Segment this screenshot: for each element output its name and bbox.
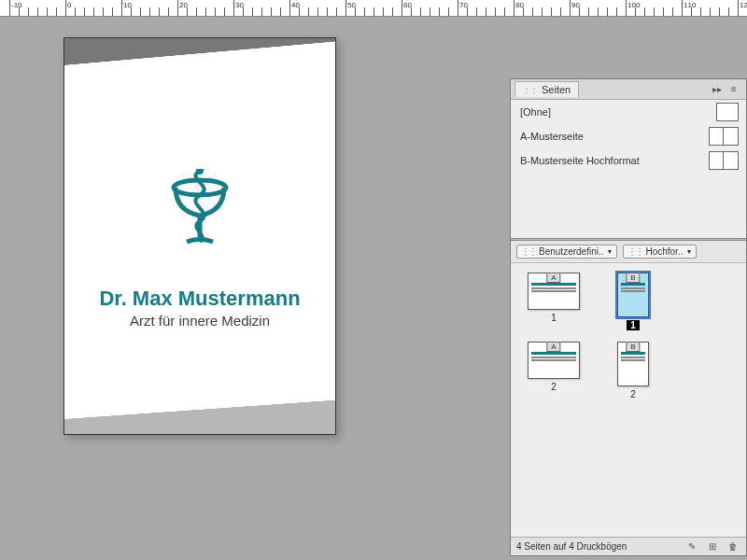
page-size-dropdown[interactable]: ⋮⋮Benutzerdefini..▼	[516, 245, 617, 259]
grip-icon: ⋮⋮	[627, 246, 642, 257]
document-page[interactable]: Dr. Max Mustermann Arzt für innere Mediz…	[63, 37, 336, 435]
document-title: Dr. Max Mustermann	[64, 287, 335, 311]
medical-bowl-icon	[166, 169, 233, 255]
thumb-master-label: A	[546, 273, 560, 283]
thumb-master-label: A	[546, 342, 560, 352]
page-thumbnail[interactable]: A	[528, 342, 580, 379]
page-thumbnail[interactable]: B	[617, 273, 649, 317]
master-row[interactable]: B-Musterseite Hochformat	[511, 148, 746, 173]
master-thumb[interactable]	[709, 127, 739, 146]
horizontal-ruler[interactable]: -100102030405060708090100110120	[0, 0, 747, 17]
delete-page-icon[interactable]: 🗑	[726, 540, 740, 553]
new-page-icon[interactable]: ⊞	[705, 540, 720, 553]
page-bottom-shape	[64, 383, 335, 434]
thumb-master-label: B	[626, 273, 640, 283]
page-thumb-group[interactable]: A1	[528, 273, 580, 323]
page-thumbnail[interactable]: A	[528, 273, 580, 310]
ruler-label: 120	[740, 1, 747, 9]
dropdown-label: Benutzerdefini..	[539, 246, 604, 257]
page-size-dropdown[interactable]: ⋮⋮Hochfor..▼	[623, 245, 697, 259]
page-thumb-group[interactable]: B2	[617, 342, 649, 399]
page-number: 1	[551, 313, 557, 323]
page-number: 2	[630, 389, 636, 399]
status-text: 4 Seiten auf 4 Druckbögen	[516, 541, 627, 552]
ruler-label: 110	[684, 1, 696, 9]
thumb-master-label: B	[626, 342, 640, 352]
master-pages-list: [Ohne]A-MusterseiteB-Musterseite Hochfor…	[511, 100, 746, 238]
dropdown-label: Hochfor..	[645, 246, 683, 257]
panel-footer: 4 Seiten auf 4 Druckbögen ✎ ⊞ 🗑	[511, 537, 746, 555]
collapse-icon[interactable]: ▸▸	[709, 82, 726, 97]
page-thumb-group[interactable]: B1	[617, 273, 649, 330]
panel-tab-pages[interactable]: ⋮⋮ Seiten	[514, 81, 579, 97]
spread-row: A2B2	[518, 342, 739, 399]
chevron-down-icon: ▼	[685, 248, 692, 255]
pages-thumbnails-area: A1B1A2B2	[511, 263, 746, 537]
ruler-label: -10	[11, 1, 22, 9]
spread-row: A1B1	[518, 273, 739, 330]
ruler-label: 100	[627, 1, 640, 9]
master-row[interactable]: [Ohne]	[511, 100, 746, 124]
master-thumb[interactable]	[709, 151, 739, 170]
master-label: B-Musterseite Hochformat	[520, 155, 640, 166]
master-thumb[interactable]	[716, 103, 739, 121]
document-subtitle: Arzt für innere Medizin	[64, 313, 335, 329]
panel-menu-icon[interactable]: ≡	[726, 82, 742, 97]
edit-page-icon[interactable]: ✎	[684, 540, 699, 553]
panel-title: Seiten	[542, 84, 571, 95]
page-top-shape	[64, 38, 335, 104]
grip-icon: ⋮⋮	[521, 246, 536, 257]
master-row[interactable]: A-Musterseite	[511, 124, 746, 148]
pages-panel: ⋮⋮ Seiten ▸▸ ≡ [Ohne]A-MusterseiteB-Must…	[510, 78, 747, 556]
page-thumb-group[interactable]: A2	[528, 342, 580, 392]
page-number: 1	[627, 320, 640, 330]
master-label: [Ohne]	[520, 106, 551, 118]
panel-header: ⋮⋮ Seiten ▸▸ ≡	[511, 79, 746, 100]
page-thumbnail[interactable]: B	[617, 342, 649, 386]
chevron-down-icon: ▼	[607, 248, 613, 255]
master-label: A-Musterseite	[520, 131, 584, 142]
ruler-label: 0	[67, 1, 71, 9]
page-number: 2	[551, 382, 557, 392]
page-size-dropdowns: ⋮⋮Benutzerdefini..▼⋮⋮Hochfor..▼	[511, 241, 746, 263]
grip-icon: ⋮⋮	[523, 86, 538, 94]
